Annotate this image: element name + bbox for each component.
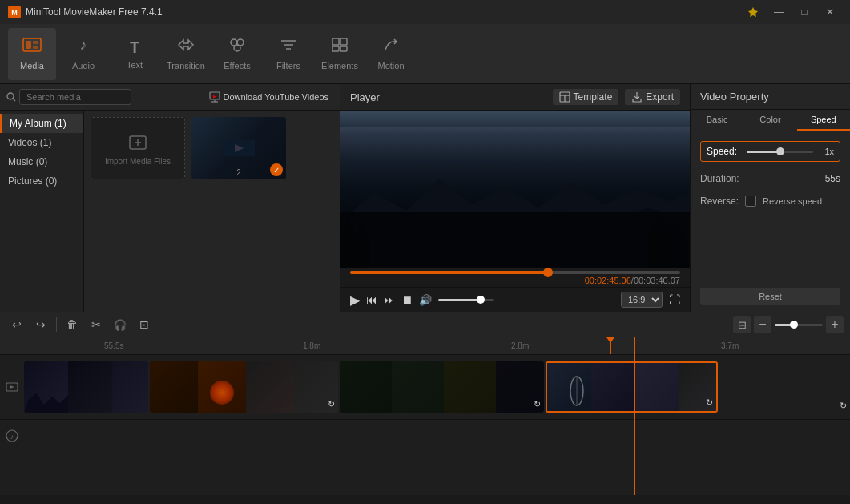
duration-row: Duration: 55s (700, 173, 840, 184)
timeline-clip-1[interactable]: ↻ (24, 361, 148, 413)
reset-btn[interactable]: Reset (700, 288, 840, 305)
album-category[interactable]: My Album (1) (0, 114, 83, 133)
next-frame-btn[interactable]: ⏭ (384, 293, 395, 306)
stop-btn[interactable]: ⏹ (401, 293, 413, 306)
reverse-speed-checkbox[interactable] (745, 196, 756, 207)
titlebar-close-btn[interactable]: ✕ (818, 0, 842, 24)
transition-icon (177, 37, 195, 58)
cut-btn[interactable]: ✂ (86, 314, 107, 335)
svg-rect-3 (26, 41, 31, 49)
toolbar-transition[interactable]: Transition (162, 28, 210, 80)
svg-rect-15 (332, 46, 339, 51)
export-icon (631, 91, 643, 103)
toolbar-media[interactable]: Media (8, 28, 56, 80)
vprop-tab-basic[interactable]: Basic (691, 110, 743, 131)
export-btn[interactable]: Export (625, 89, 680, 105)
video-property-panel: Video Property Basic Color Speed Speed: … (690, 84, 850, 312)
player-header: Player Template Export (340, 84, 690, 111)
aspect-ratio-select[interactable]: 16:9 (621, 292, 663, 308)
svg-rect-13 (332, 38, 339, 45)
player-area: Player Template Export (340, 84, 690, 312)
undo-btn[interactable]: ↩ (6, 314, 27, 335)
svg-text:M: M (11, 9, 18, 17)
prev-frame-btn[interactable]: ⏮ (366, 293, 377, 306)
toolbar-motion[interactable]: Motion (367, 28, 415, 80)
titlebar-minimize-btn[interactable]: — (767, 0, 791, 24)
svg-line-18 (13, 99, 15, 101)
motion-icon (382, 37, 400, 58)
audio-track-icon: ♪ (0, 420, 24, 451)
vprop-tab-speed[interactable]: Speed (797, 110, 850, 131)
redo-btn[interactable]: ↪ (30, 314, 51, 335)
import-label: Import Media Files (105, 157, 171, 166)
crop-btn[interactable]: ⊡ (134, 314, 155, 335)
ruler-mark-4: 3.7m (721, 341, 739, 350)
text-label: Text (127, 60, 143, 70)
titlebar-maximize-btn[interactable]: □ (792, 0, 816, 24)
player-controls: ▶ ⏮ ⏭ ⏹ 🔊 16:9 ⛶ (340, 287, 690, 312)
time-total: 00:03:40.07 (634, 276, 680, 285)
zoom-out-btn[interactable]: − (754, 316, 771, 333)
download-label: Download YouTube Videos (224, 92, 329, 102)
reverse-label: Reverse: (700, 196, 739, 207)
timeline-clip-2[interactable]: ↻ (150, 361, 338, 413)
search-input[interactable] (19, 89, 131, 105)
delete-btn[interactable]: 🗑 (62, 314, 83, 335)
player-title: Player (350, 91, 380, 103)
timeline-audio-track: ♪ (0, 419, 850, 451)
reverse-row: Reverse: Reverse speed (700, 196, 840, 207)
toolbar-audio[interactable]: ♪ Audio (59, 28, 107, 80)
volume-slider[interactable] (438, 299, 494, 301)
download-youtube-btn[interactable]: ▶ Download YouTube Videos (204, 89, 334, 105)
volume-btn[interactable]: 🔊 (419, 294, 432, 306)
media-item[interactable]: ✓ 2 (191, 117, 286, 179)
pictures-category[interactable]: Pictures (0) (0, 171, 83, 191)
export-label: Export (646, 91, 674, 103)
ruler-playhead (610, 337, 611, 354)
video-preview (340, 111, 690, 268)
toolbar-elements[interactable]: Elements (316, 28, 364, 80)
toolbar-filters[interactable]: Filters (264, 28, 312, 80)
speed-label: Speed: (707, 146, 742, 157)
filters-label: Filters (276, 61, 300, 71)
trees-silhouette (340, 212, 690, 268)
template-icon (559, 91, 570, 103)
svg-text:♪: ♪ (80, 37, 87, 53)
music-category[interactable]: Music (0) (0, 152, 83, 171)
vprop-title: Video Property (691, 84, 850, 110)
duration-value: 55s (825, 173, 840, 184)
reverse-speed-label: Reverse speed (763, 196, 822, 206)
import-media-item[interactable]: Import Media Files (91, 117, 185, 179)
videos-category[interactable]: Videos (1) (0, 133, 83, 152)
template-btn[interactable]: Template (553, 89, 619, 105)
speed-slider[interactable] (747, 151, 813, 153)
template-label: Template (574, 91, 613, 103)
timeline: 55.5s 1.8m 2.8m 3.7m ↻ (0, 337, 850, 495)
clip-3-loop-icon: ↻ (534, 399, 541, 409)
toolbar-text[interactable]: T Text (111, 28, 159, 80)
svg-rect-16 (340, 46, 347, 51)
toolbar-effects[interactable]: Effects (213, 28, 261, 80)
zoom-slider[interactable] (775, 324, 823, 326)
zoom-in-btn[interactable]: + (826, 316, 844, 333)
video-thumbnail-icon (223, 136, 255, 160)
fullscreen-btn[interactable]: ⛶ (669, 293, 680, 306)
timeline-clips-container[interactable]: ↻ ↻ ↻ (24, 360, 850, 414)
titlebar-pin-btn[interactable] (741, 0, 765, 24)
play-btn[interactable]: ▶ (350, 292, 360, 308)
speed-control-row: Speed: 1x (700, 141, 840, 162)
timeline-clip-3[interactable]: ↻ (340, 361, 544, 413)
vprop-tab-color[interactable]: Color (743, 110, 796, 131)
clip-4-loop-icon: ↻ (706, 397, 713, 408)
elements-label: Elements (321, 61, 358, 71)
audio-icon: ♪ (75, 37, 92, 58)
bottom-toolbar: ↩ ↪ 🗑 ✂ 🎧 ⊡ ⊟ − + (0, 312, 850, 337)
clip-2-loop-icon: ↻ (328, 399, 335, 409)
download-icon: ▶ (209, 91, 220, 103)
timeline-clip-4-selected[interactable]: ↻ (546, 361, 718, 413)
audio-detach-btn[interactable]: 🎧 (110, 314, 131, 335)
progress-bar[interactable] (350, 271, 680, 274)
svg-rect-14 (340, 38, 347, 45)
fit-btn[interactable]: ⊟ (733, 316, 751, 333)
speed-value: 1x (818, 147, 834, 156)
